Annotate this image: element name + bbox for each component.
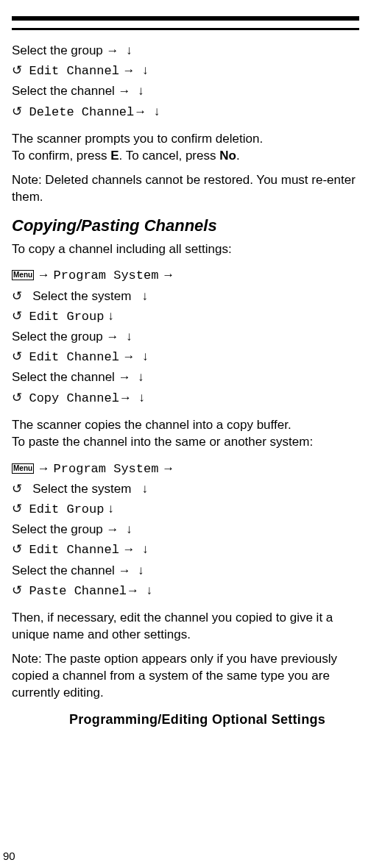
rotate-icon: ↺: [12, 309, 22, 323]
rotate-icon: ↺: [12, 482, 22, 496]
delete-prompt: The scanner prompts you to confirm delet…: [12, 131, 359, 165]
rotate-icon: ↺: [12, 289, 22, 303]
arrow-down-icon: ↓: [142, 542, 149, 556]
arrow-down-icon: ↓: [142, 349, 149, 363]
nav-line: Select the channel → ↓: [12, 561, 359, 580]
arrow-down-icon: ↓: [138, 391, 145, 405]
text: . To cancel, press: [119, 149, 220, 163]
arrow-right-icon: →: [123, 349, 135, 363]
text: The scanner prompts you to confirm delet…: [12, 132, 263, 146]
nav-line: Select the group → ↓: [12, 519, 359, 539]
manual-page: Select the group → ↓ ↺ Edit Channel → ↓ …: [0, 0, 371, 868]
menu-key-icon: Menu: [12, 270, 34, 280]
arrow-right-icon: →: [38, 268, 50, 282]
text: Select the channel: [12, 370, 115, 384]
heading-copying-pasting: Copying/Pasting Channels: [12, 216, 359, 235]
nav-line: Menu → Program System →: [12, 458, 359, 479]
rotate-icon: ↺: [12, 502, 22, 516]
rotate-icon: ↺: [12, 583, 22, 597]
arrow-down-icon: ↓: [138, 84, 144, 98]
nav-line: ↺ Delete Channel→ ↓: [12, 102, 359, 122]
copy-buffer-text: The scanner copies the channel into a co…: [12, 417, 359, 451]
nav-line: ↺ Edit Group ↓: [12, 499, 359, 519]
arrow-down-icon: ↓: [142, 289, 149, 303]
menu-item: Edit Channel: [29, 543, 119, 557]
arrow-right-icon: →: [123, 542, 135, 556]
arrow-right-icon: →: [162, 461, 174, 475]
text: Select the system: [32, 482, 131, 496]
note-paste: Note: The paste option appears only if y…: [12, 651, 359, 702]
text: Select the group: [12, 522, 103, 536]
menu-item: Edit Channel: [29, 350, 119, 364]
text: Select the group: [12, 43, 107, 57]
arrow-right-icon: →: [162, 268, 174, 282]
text: Select the group: [12, 330, 103, 344]
arrow-down-icon: ↓: [146, 583, 153, 597]
arrow-down-icon: ↓: [138, 563, 144, 577]
arrow-right-icon: →: [119, 563, 131, 577]
header-rules: [12, 16, 359, 30]
rotate-icon: ↺: [12, 391, 22, 405]
thin-rule: [12, 28, 359, 30]
menu-item: Copy Channel: [29, 391, 119, 405]
arrow-right-icon: →: [134, 104, 146, 118]
text: Select the channel: [12, 84, 119, 98]
menu-item: Edit Channel: [29, 64, 119, 78]
nav-line: Select the channel → ↓: [12, 81, 359, 101]
arrow-right-icon: →: [107, 522, 119, 536]
arrow-down-icon: ↓: [154, 104, 160, 118]
arrow-right-icon: →: [119, 84, 131, 98]
rotate-icon: ↺: [12, 349, 22, 363]
key-E: E: [110, 149, 119, 163]
page-number: 90: [3, 850, 15, 862]
menu-item: Program System: [54, 462, 159, 476]
nav-line: ↺ Select the system ↓: [12, 479, 359, 499]
rotate-icon: ↺: [12, 542, 22, 556]
arrow-right-icon: →: [119, 370, 131, 384]
delete-channel-nav: Select the group → ↓ ↺ Edit Channel → ↓ …: [12, 40, 359, 122]
text: To paste the channel into the same or an…: [12, 435, 313, 449]
menu-item: Paste Channel: [29, 584, 127, 598]
arrow-right-icon: →: [107, 43, 119, 57]
text: The scanner copies the channel into a co…: [12, 418, 292, 432]
text: .: [236, 149, 240, 163]
thick-rule: [12, 16, 359, 21]
arrow-down-icon: ↓: [126, 43, 132, 57]
nav-line: ↺ Edit Group ↓: [12, 306, 359, 327]
key-No: No: [219, 149, 236, 163]
nav-line: Menu → Program System →: [12, 265, 359, 285]
text: Select the channel: [12, 563, 115, 577]
arrow-right-icon: →: [38, 461, 50, 475]
nav-line: ↺ Edit Channel → ↓: [12, 346, 359, 367]
nav-line: ↺ Edit Channel → ↓: [12, 539, 359, 560]
text: To confirm, press: [12, 149, 110, 163]
arrow-down-icon: ↓: [142, 63, 149, 77]
nav-line: ↺ Paste Channel→ ↓: [12, 580, 359, 601]
nav-line: Select the group → ↓: [12, 327, 359, 346]
arrow-down-icon: ↓: [138, 370, 144, 384]
nav-line: Select the group → ↓: [12, 40, 359, 60]
arrow-down-icon: ↓: [142, 482, 149, 496]
arrow-right-icon: →: [119, 391, 132, 405]
menu-item: Edit Group: [29, 310, 104, 324]
text: Select the system: [32, 289, 131, 303]
then-edit: Then, if necessary, edit the channel you…: [12, 610, 359, 644]
copy-channel-nav: Menu → Program System → ↺ Select the sys…: [12, 265, 359, 408]
note-deleted: Note: Deleted channels cannot be restore…: [12, 172, 359, 206]
nav-line: Select the channel → ↓: [12, 367, 359, 387]
nav-line: ↺ Edit Channel → ↓: [12, 60, 359, 81]
menu-item: Program System: [54, 268, 159, 282]
section-heading: Programming/Editing Optional Settings: [35, 712, 359, 728]
arrow-down-icon: ↓: [107, 502, 114, 516]
nav-line: ↺ Select the system ↓: [12, 286, 359, 306]
arrow-right-icon: →: [127, 583, 139, 597]
menu-item: Edit Group: [29, 502, 104, 516]
copy-intro: To copy a channel including all settings…: [12, 241, 359, 258]
arrow-right-icon: →: [123, 63, 135, 77]
paste-channel-nav: Menu → Program System → ↺ Select the sys…: [12, 458, 359, 601]
nav-line: ↺ Copy Channel→ ↓: [12, 388, 359, 408]
rotate-icon: ↺: [12, 104, 22, 118]
menu-item: Delete Channel: [29, 105, 134, 119]
arrow-down-icon: ↓: [126, 522, 132, 536]
menu-key-icon: Menu: [12, 463, 34, 474]
